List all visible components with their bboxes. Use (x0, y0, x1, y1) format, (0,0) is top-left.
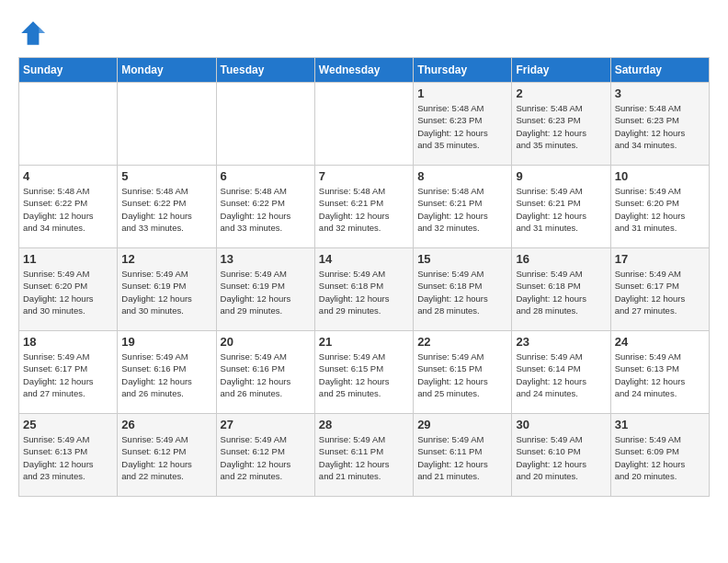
calendar-week-5: 25Sunrise: 5:49 AM Sunset: 6:13 PM Dayli… (19, 414, 710, 497)
calendar-cell: 10Sunrise: 5:49 AM Sunset: 6:20 PM Dayli… (610, 166, 709, 248)
day-info: Sunrise: 5:49 AM Sunset: 6:19 PM Dayligh… (121, 268, 211, 316)
calendar-cell (216, 83, 314, 166)
day-number: 30 (516, 418, 606, 431)
day-info: Sunrise: 5:49 AM Sunset: 6:10 PM Dayligh… (516, 433, 606, 482)
day-number: 15 (417, 252, 507, 266)
calendar-table: SundayMondayTuesdayWednesdayThursdayFrid… (18, 57, 710, 497)
column-header-friday: Friday (512, 58, 610, 83)
calendar-cell: 22Sunrise: 5:49 AM Sunset: 6:15 PM Dayli… (414, 331, 512, 414)
day-info: Sunrise: 5:49 AM Sunset: 6:13 PM Dayligh… (615, 350, 705, 399)
calendar-cell: 6Sunrise: 5:48 AM Sunset: 6:22 PM Daylig… (216, 166, 314, 248)
logo-icon (18, 18, 48, 48)
calendar-cell: 23Sunrise: 5:49 AM Sunset: 6:14 PM Dayli… (512, 331, 610, 414)
day-info: Sunrise: 5:49 AM Sunset: 6:14 PM Dayligh… (516, 350, 606, 399)
day-info: Sunrise: 5:48 AM Sunset: 6:22 PM Dayligh… (121, 185, 211, 234)
day-number: 5 (121, 169, 211, 183)
column-header-thursday: Thursday (414, 58, 512, 83)
day-info: Sunrise: 5:49 AM Sunset: 6:18 PM Dayligh… (516, 268, 606, 316)
day-info: Sunrise: 5:48 AM Sunset: 6:23 PM Dayligh… (417, 102, 507, 151)
day-info: Sunrise: 5:49 AM Sunset: 6:18 PM Dayligh… (319, 268, 409, 316)
calendar-cell: 31Sunrise: 5:49 AM Sunset: 6:09 PM Dayli… (610, 414, 709, 497)
day-number: 23 (516, 335, 606, 349)
day-number: 25 (23, 418, 113, 431)
day-number: 11 (23, 252, 113, 266)
column-header-sunday: Sunday (19, 58, 118, 83)
day-number: 31 (615, 418, 705, 431)
day-number: 18 (23, 335, 113, 349)
column-header-saturday: Saturday (610, 58, 709, 83)
day-info: Sunrise: 5:49 AM Sunset: 6:13 PM Dayligh… (23, 433, 113, 482)
day-number: 27 (221, 418, 311, 431)
calendar-cell: 17Sunrise: 5:49 AM Sunset: 6:17 PM Dayli… (610, 248, 709, 331)
day-number: 14 (319, 252, 409, 266)
calendar-cell: 5Sunrise: 5:48 AM Sunset: 6:22 PM Daylig… (118, 166, 216, 248)
day-info: Sunrise: 5:49 AM Sunset: 6:09 PM Dayligh… (615, 433, 705, 482)
calendar-cell: 7Sunrise: 5:48 AM Sunset: 6:21 PM Daylig… (314, 166, 413, 248)
day-number: 9 (516, 169, 606, 183)
day-number: 28 (319, 418, 409, 431)
day-number: 3 (615, 86, 705, 100)
calendar-cell: 12Sunrise: 5:49 AM Sunset: 6:19 PM Dayli… (118, 248, 216, 331)
day-number: 17 (615, 252, 705, 266)
calendar-week-4: 18Sunrise: 5:49 AM Sunset: 6:17 PM Dayli… (19, 331, 710, 414)
day-number: 19 (121, 335, 211, 349)
day-number: 2 (516, 86, 606, 100)
calendar-cell: 29Sunrise: 5:49 AM Sunset: 6:11 PM Dayli… (414, 414, 512, 497)
day-number: 1 (417, 86, 507, 100)
day-number: 7 (319, 169, 409, 183)
day-number: 6 (221, 169, 311, 183)
day-info: Sunrise: 5:49 AM Sunset: 6:12 PM Dayligh… (221, 433, 311, 482)
calendar-cell: 11Sunrise: 5:49 AM Sunset: 6:20 PM Dayli… (19, 248, 118, 331)
calendar-cell: 24Sunrise: 5:49 AM Sunset: 6:13 PM Dayli… (610, 331, 709, 414)
calendar-cell: 13Sunrise: 5:49 AM Sunset: 6:19 PM Dayli… (216, 248, 314, 331)
calendar-cell: 27Sunrise: 5:49 AM Sunset: 6:12 PM Dayli… (216, 414, 314, 497)
column-header-tuesday: Tuesday (216, 58, 314, 83)
calendar-cell: 26Sunrise: 5:49 AM Sunset: 6:12 PM Dayli… (118, 414, 216, 497)
day-info: Sunrise: 5:49 AM Sunset: 6:11 PM Dayligh… (319, 433, 409, 482)
calendar-cell: 30Sunrise: 5:49 AM Sunset: 6:10 PM Dayli… (512, 414, 610, 497)
day-number: 21 (319, 335, 409, 349)
day-info: Sunrise: 5:48 AM Sunset: 6:21 PM Dayligh… (417, 185, 507, 234)
day-info: Sunrise: 5:49 AM Sunset: 6:20 PM Dayligh… (23, 268, 113, 316)
day-info: Sunrise: 5:49 AM Sunset: 6:21 PM Dayligh… (516, 185, 606, 234)
day-info: Sunrise: 5:48 AM Sunset: 6:22 PM Dayligh… (221, 185, 311, 234)
day-number: 8 (417, 169, 507, 183)
calendar-cell: 8Sunrise: 5:48 AM Sunset: 6:21 PM Daylig… (414, 166, 512, 248)
day-info: Sunrise: 5:49 AM Sunset: 6:17 PM Dayligh… (615, 268, 705, 316)
day-info: Sunrise: 5:49 AM Sunset: 6:16 PM Dayligh… (121, 350, 211, 399)
day-info: Sunrise: 5:49 AM Sunset: 6:11 PM Dayligh… (417, 433, 507, 482)
calendar-cell (314, 83, 413, 166)
day-number: 20 (221, 335, 311, 349)
day-number: 12 (121, 252, 211, 266)
day-info: Sunrise: 5:49 AM Sunset: 6:12 PM Dayligh… (121, 433, 211, 482)
day-info: Sunrise: 5:49 AM Sunset: 6:15 PM Dayligh… (319, 350, 409, 399)
calendar-cell: 20Sunrise: 5:49 AM Sunset: 6:16 PM Dayli… (216, 331, 314, 414)
calendar-week-1: 1Sunrise: 5:48 AM Sunset: 6:23 PM Daylig… (19, 83, 710, 166)
column-header-wednesday: Wednesday (314, 58, 413, 83)
day-number: 29 (417, 418, 507, 431)
day-number: 13 (221, 252, 311, 266)
calendar-cell: 3Sunrise: 5:48 AM Sunset: 6:23 PM Daylig… (610, 83, 709, 166)
calendar-week-2: 4Sunrise: 5:48 AM Sunset: 6:22 PM Daylig… (19, 166, 710, 248)
day-info: Sunrise: 5:48 AM Sunset: 6:23 PM Dayligh… (615, 102, 705, 151)
calendar-cell (19, 83, 118, 166)
calendar-week-3: 11Sunrise: 5:49 AM Sunset: 6:20 PM Dayli… (19, 248, 710, 331)
calendar-cell: 21Sunrise: 5:49 AM Sunset: 6:15 PM Dayli… (314, 331, 413, 414)
day-info: Sunrise: 5:49 AM Sunset: 6:16 PM Dayligh… (221, 350, 311, 399)
calendar-cell: 9Sunrise: 5:49 AM Sunset: 6:21 PM Daylig… (512, 166, 610, 248)
calendar-cell (118, 83, 216, 166)
day-number: 24 (615, 335, 705, 349)
calendar-cell: 1Sunrise: 5:48 AM Sunset: 6:23 PM Daylig… (414, 83, 512, 166)
day-number: 4 (23, 169, 113, 183)
day-info: Sunrise: 5:49 AM Sunset: 6:20 PM Dayligh… (615, 185, 705, 234)
day-number: 22 (417, 335, 507, 349)
day-number: 26 (121, 418, 211, 431)
column-header-monday: Monday (118, 58, 216, 83)
logo (18, 18, 51, 48)
day-number: 10 (615, 169, 705, 183)
calendar-cell: 25Sunrise: 5:49 AM Sunset: 6:13 PM Dayli… (19, 414, 118, 497)
day-info: Sunrise: 5:48 AM Sunset: 6:22 PM Dayligh… (23, 185, 113, 234)
calendar-cell: 28Sunrise: 5:49 AM Sunset: 6:11 PM Dayli… (314, 414, 413, 497)
day-info: Sunrise: 5:48 AM Sunset: 6:23 PM Dayligh… (516, 102, 606, 151)
calendar-cell: 14Sunrise: 5:49 AM Sunset: 6:18 PM Dayli… (314, 248, 413, 331)
